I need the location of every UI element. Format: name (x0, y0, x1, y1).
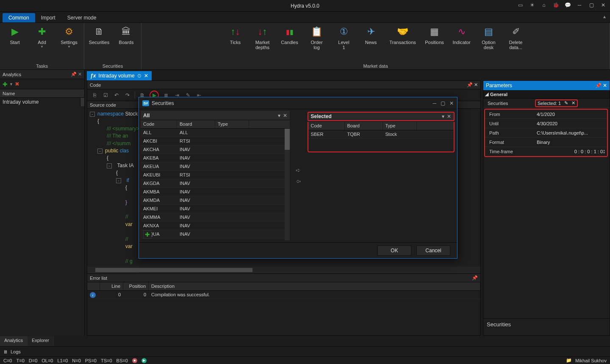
toolbar-btn-1[interactable]: ⎘ (91, 91, 98, 99)
home-icon[interactable]: ⌂ (540, 1, 548, 9)
option-desk-button[interactable]: ▤Option desk (478, 25, 499, 50)
col-board[interactable]: Board (177, 120, 215, 128)
dropdown-icon[interactable]: ▾ (278, 113, 280, 119)
delete-data-button[interactable]: ✐Delete data... (505, 25, 527, 50)
grid-row[interactable]: AKMMAINAV (141, 213, 290, 222)
close-icon[interactable]: ✕ (599, 1, 607, 9)
bottom-tab-analytics[interactable]: Analytics (0, 336, 28, 346)
param-format[interactable]: FormatBinary (485, 138, 607, 147)
analytics-remove-button[interactable]: ✖ (15, 81, 19, 87)
ribbon-tab-server[interactable]: Server mode (61, 13, 103, 22)
sun-icon[interactable]: ☀ (528, 1, 536, 9)
dropdown-icon[interactable]: ▾ (442, 113, 444, 119)
candles-button[interactable]: ▮▮Candles (279, 25, 300, 45)
minimize-icon[interactable]: ─ (575, 1, 584, 9)
grid-row[interactable]: AKNXAINAV (141, 222, 290, 230)
bug-icon[interactable]: 🐞 (552, 1, 560, 9)
param-until[interactable]: Until4/30/2020 (485, 119, 607, 128)
pin-icon[interactable]: 📌 (595, 83, 602, 88)
order-log-button[interactable]: 📋Order log (306, 25, 327, 50)
add-button[interactable]: ✚Add▼ (31, 25, 53, 49)
error-row[interactable]: i 0 0 Compilation was successful. (87, 291, 480, 299)
parameters-category[interactable]: ◢General (483, 90, 610, 99)
dialog-maximize-icon[interactable]: ▢ (441, 100, 445, 106)
transactions-button[interactable]: 🤝Transactions (388, 25, 418, 45)
scrollbar-thumb[interactable] (95, 268, 252, 272)
grid-row[interactable]: AKCHAINAV (141, 146, 290, 154)
col-code[interactable]: Code (141, 120, 177, 128)
grid-row[interactable]: AKEBAINAV (141, 154, 290, 163)
level1-button[interactable]: ①Level 1 (333, 25, 355, 50)
maximize-icon[interactable]: ▢ (587, 1, 596, 9)
pin-icon[interactable]: 📌 (467, 82, 473, 87)
grid-row[interactable]: ALLALL (141, 129, 290, 137)
document-tab-pin-icon[interactable]: ⊙ (137, 73, 141, 79)
market-depths-button[interactable]: ↓↑Market depths (252, 25, 273, 50)
grid-row[interactable]: SBERTQBRStock (308, 130, 454, 139)
chat-icon[interactable]: 💬 (563, 1, 572, 9)
document-tab[interactable]: ƒx Intraday volume ⊙ ✕ (87, 71, 152, 80)
positions-button[interactable]: ▦Positions (424, 25, 445, 45)
param-path[interactable]: PathC:\Users\mika\.nuget\p... (485, 128, 607, 138)
ticks-button[interactable]: ↑↓Ticks (225, 25, 246, 45)
all-grid-scrollbar[interactable] (285, 129, 290, 240)
move-left-icon[interactable]: ➪ (296, 178, 301, 185)
grid-row[interactable]: AKMDAINAV (141, 196, 290, 205)
pin-icon[interactable]: 📌 (71, 72, 77, 77)
edit-icon[interactable]: ✎ (564, 100, 568, 106)
close-pane-icon[interactable]: ✕ (447, 113, 451, 119)
clear-icon[interactable]: ✕ (571, 100, 575, 106)
indicator-button[interactable]: ∿Indicator (451, 25, 472, 45)
analytics-add-dropdown-icon[interactable]: ▼ (9, 82, 13, 86)
folder-icon[interactable]: 📁 (566, 358, 572, 363)
close-pane-icon[interactable]: ✕ (283, 113, 287, 119)
close-icon[interactable]: ✕ (474, 82, 478, 87)
pin-icon[interactable]: 📌 (472, 275, 478, 281)
grid-row[interactable]: AKEUBIRTSI (141, 171, 290, 179)
col-type[interactable]: Type (383, 122, 417, 130)
error-col-position[interactable]: Position (123, 282, 149, 290)
dialog-minimize-icon[interactable]: ─ (433, 100, 436, 106)
grid-row[interactable]: AKGDAINAV (141, 179, 290, 188)
cancel-button[interactable]: Cancel (416, 245, 450, 256)
col-type[interactable]: Type (215, 120, 249, 128)
col-board[interactable]: Board (345, 122, 383, 130)
toolbar-btn-2[interactable]: ☑ (102, 91, 109, 99)
toolbar-btn-4[interactable]: ↷ (124, 91, 131, 99)
ribbon-collapse-icon[interactable]: ▴ (603, 14, 606, 19)
error-col-description[interactable]: Description (149, 282, 480, 290)
col-code[interactable]: Code (308, 122, 345, 130)
status-go-icon[interactable]: ▶ (141, 358, 147, 363)
add-security-button[interactable]: ✚ (143, 230, 152, 239)
param-time-frame[interactable]: Time-frame0 : 0 : 0 : 1 : 0▲▼ (485, 147, 607, 156)
editor-horizontal-scrollbar[interactable] (87, 267, 480, 273)
analytics-add-button[interactable]: ✚ (3, 81, 8, 88)
ribbon-tab-common[interactable]: Common (3, 13, 35, 22)
param-securities-value[interactable]: Selected: 1✎✕ (535, 99, 578, 107)
param-from[interactable]: From4/1/2020 (485, 110, 607, 119)
move-right-icon[interactable]: ➪ (296, 167, 301, 174)
logs-bar[interactable]: 🗎 Logs (0, 346, 610, 356)
ribbon-tab-import[interactable]: Import (35, 13, 61, 22)
spinner-icon[interactable]: ▲▼ (603, 149, 605, 154)
analytics-item[interactable]: Intraday volume (0, 98, 84, 106)
securities-button[interactable]: 🗎Securities (89, 25, 110, 45)
analytics-scrollbar[interactable] (80, 98, 84, 106)
settings-button[interactable]: ⚙Settings▼ (58, 25, 80, 49)
bottom-tab-explorer[interactable]: Explorer (28, 336, 54, 346)
news-button[interactable]: ✈News (360, 25, 382, 45)
analytics-column-header[interactable]: Name (0, 89, 84, 98)
toolbar-btn-3[interactable]: ↶ (113, 91, 120, 99)
grid-row[interactable]: AKEUAINAV (141, 163, 290, 171)
start-button[interactable]: ▶Start (4, 25, 25, 45)
status-stop-icon[interactable]: ■ (132, 358, 137, 363)
error-col-line[interactable]: Line (100, 282, 123, 290)
grid-row[interactable]: AKQUAINAV (141, 230, 290, 239)
restore-down-icon[interactable]: ▭ (516, 1, 524, 9)
grid-row[interactable]: AKCBIRTSI (141, 137, 290, 146)
param-securities[interactable]: Securities Selected: 1✎✕ (483, 99, 610, 108)
grid-row[interactable]: AKMEIINAV (141, 205, 290, 213)
document-tab-close-icon[interactable]: ✕ (144, 73, 148, 79)
close-icon[interactable]: ✕ (603, 83, 607, 88)
error-col-icon[interactable] (87, 282, 100, 290)
